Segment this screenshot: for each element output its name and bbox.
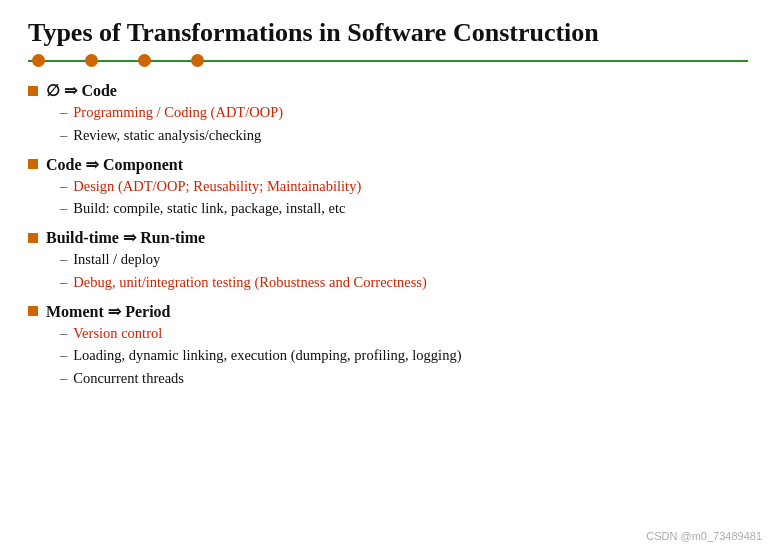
sub-item-3-1: –Loading, dynamic linking, execution (du… bbox=[60, 345, 748, 367]
progress-dot-2 bbox=[85, 54, 98, 67]
progress-dot-1 bbox=[32, 54, 45, 67]
sub-dash-2-0: – bbox=[60, 249, 67, 271]
sub-items-0: –Programming / Coding (ADT/OOP)–Review, … bbox=[60, 102, 748, 147]
sub-text-1-1: Build: compile, static link, package, in… bbox=[73, 198, 345, 220]
section-title-text-1: Code ⇒ Component bbox=[46, 155, 183, 174]
progress-dot-3 bbox=[138, 54, 151, 67]
progress-bar bbox=[28, 54, 748, 67]
sub-item-0-0: –Programming / Coding (ADT/OOP) bbox=[60, 102, 748, 124]
sub-text-3-1: Loading, dynamic linking, execution (dum… bbox=[73, 345, 461, 367]
sub-text-3-0: Version control bbox=[73, 323, 162, 345]
sub-item-2-1: –Debug, unit/integration testing (Robust… bbox=[60, 272, 748, 294]
section-title-text-0: ∅ ⇒ Code bbox=[46, 81, 117, 100]
sub-item-1-0: –Design (ADT/OOP; Reusability; Maintaina… bbox=[60, 176, 748, 198]
section-3: Moment ⇒ Period–Version control–Loading,… bbox=[28, 302, 748, 390]
sub-text-2-1: Debug, unit/integration testing (Robustn… bbox=[73, 272, 427, 294]
sub-text-1-0: Design (ADT/OOP; Reusability; Maintainab… bbox=[73, 176, 361, 198]
sub-dash-0-0: – bbox=[60, 102, 67, 124]
sub-dash-0-1: – bbox=[60, 125, 67, 147]
sub-item-1-1: –Build: compile, static link, package, i… bbox=[60, 198, 748, 220]
sub-item-3-2: –Concurrent threads bbox=[60, 368, 748, 390]
section-title-3: Moment ⇒ Period bbox=[28, 302, 748, 321]
section-bullet-1 bbox=[28, 159, 38, 169]
section-bullet-0 bbox=[28, 86, 38, 96]
slide: Types of Transformations in Software Con… bbox=[0, 0, 776, 550]
sub-items-3: –Version control–Loading, dynamic linkin… bbox=[60, 323, 748, 390]
section-1: Code ⇒ Component–Design (ADT/OOP; Reusab… bbox=[28, 155, 748, 221]
section-title-2: Build-time ⇒ Run-time bbox=[28, 228, 748, 247]
section-bullet-2 bbox=[28, 233, 38, 243]
sub-items-2: –Install / deploy–Debug, unit/integratio… bbox=[60, 249, 748, 294]
sub-dash-3-2: – bbox=[60, 368, 67, 390]
sub-dash-1-0: – bbox=[60, 176, 67, 198]
sub-text-0-1: Review, static analysis/checking bbox=[73, 125, 261, 147]
sub-dash-1-1: – bbox=[60, 198, 67, 220]
sub-text-2-0: Install / deploy bbox=[73, 249, 160, 271]
content-area: ∅ ⇒ Code–Programming / Coding (ADT/OOP)–… bbox=[28, 81, 748, 392]
sub-dash-3-1: – bbox=[60, 345, 67, 367]
page-title: Types of Transformations in Software Con… bbox=[28, 18, 748, 48]
sub-text-0-0: Programming / Coding (ADT/OOP) bbox=[73, 102, 283, 124]
progress-dots bbox=[28, 54, 748, 67]
sub-dash-2-1: – bbox=[60, 272, 67, 294]
sub-text-3-2: Concurrent threads bbox=[73, 368, 184, 390]
progress-dot-4 bbox=[191, 54, 204, 67]
section-2: Build-time ⇒ Run-time–Install / deploy–D… bbox=[28, 228, 748, 294]
section-bullet-3 bbox=[28, 306, 38, 316]
section-title-1: Code ⇒ Component bbox=[28, 155, 748, 174]
sub-item-3-0: –Version control bbox=[60, 323, 748, 345]
watermark: CSDN @m0_73489481 bbox=[646, 530, 762, 542]
section-title-text-2: Build-time ⇒ Run-time bbox=[46, 228, 205, 247]
sub-item-0-1: –Review, static analysis/checking bbox=[60, 125, 748, 147]
section-title-0: ∅ ⇒ Code bbox=[28, 81, 748, 100]
section-title-text-3: Moment ⇒ Period bbox=[46, 302, 171, 321]
sub-item-2-0: –Install / deploy bbox=[60, 249, 748, 271]
sub-items-1: –Design (ADT/OOP; Reusability; Maintaina… bbox=[60, 176, 748, 221]
sub-dash-3-0: – bbox=[60, 323, 67, 345]
section-0: ∅ ⇒ Code–Programming / Coding (ADT/OOP)–… bbox=[28, 81, 748, 147]
